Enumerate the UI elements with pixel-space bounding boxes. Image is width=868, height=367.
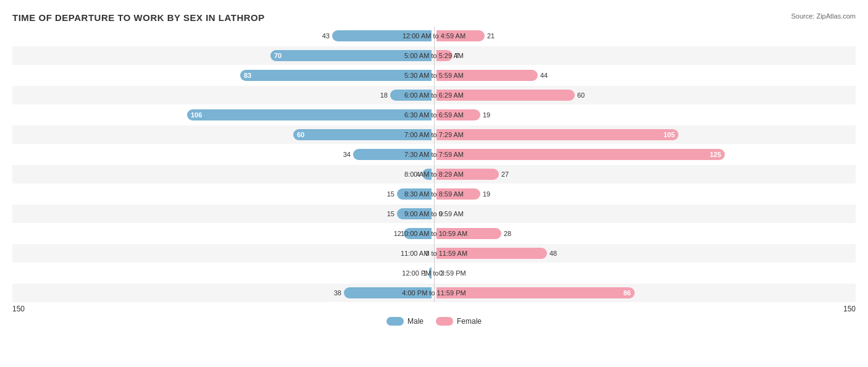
axis-right: 150 [843, 305, 856, 313]
bar-male-value: 60 [297, 131, 304, 138]
left-section: 34 [12, 145, 434, 164]
bar-male-value: 43 [322, 32, 330, 40]
bar-female-value: 19 [483, 111, 490, 119]
left-section: 43 [12, 27, 434, 45]
legend-male: Male [386, 317, 424, 326]
bar-male-value: 83 [244, 72, 251, 79]
row-label: 5:00 AM to 5:29 AM [385, 52, 483, 59]
right-section: 86 [434, 284, 856, 302]
rows-wrapper: 43 12:00 AM to 4:59 AM 21 70 5:00 AM to … [12, 27, 856, 302]
right-section: 105 [434, 125, 856, 144]
right-section: 44 [434, 66, 856, 85]
bar-male-value: 38 [334, 289, 341, 297]
bar-male-value: 34 [343, 151, 351, 158]
male-label: Male [407, 317, 424, 326]
right-section: 19 [434, 106, 856, 124]
chart-title: TIME OF DEPARTURE TO WORK BY SEX IN LATH… [12, 12, 856, 23]
row-label: 12:00 PM to 3:59 PM [385, 269, 483, 277]
row-label: 8:00 AM to 8:29 AM [385, 171, 483, 178]
left-section: 12 [12, 224, 434, 243]
row-label: 6:00 AM to 6:29 AM [385, 91, 483, 99]
bar-female-value: 28 [504, 230, 511, 237]
axis-bottom: 150 150 [12, 305, 856, 313]
left-section: 1 [12, 264, 434, 282]
row-label: 9:00 AM to 9:59 AM [385, 210, 483, 217]
left-section: 0 [12, 244, 434, 263]
right-section: 19 [434, 185, 856, 203]
right-section: 48 [434, 244, 856, 263]
right-section: 0 [434, 205, 856, 223]
bar-female-value: 19 [483, 190, 490, 198]
row-label: 5:30 AM to 5:59 AM [385, 72, 483, 79]
center-line [434, 27, 435, 302]
axis-left: 150 [12, 305, 25, 313]
right-section: 125 [434, 145, 856, 164]
row-label: 11:00 AM to 11:59 AM [385, 250, 483, 257]
right-section: 21 [434, 27, 856, 45]
row-label: 10:00 AM to 10:59 AM [385, 230, 483, 237]
left-section: 70 [12, 46, 434, 65]
right-section: 0 [434, 264, 856, 282]
row-label: 12:00 AM to 4:59 AM [385, 32, 483, 40]
bar-female-value: 105 [664, 131, 675, 138]
bar-female-value: 48 [549, 250, 557, 257]
source-label: Source: ZipAtlas.com [791, 12, 856, 20]
left-section: 60 [12, 125, 434, 144]
legend: Male Female [12, 317, 856, 326]
left-section: 106 [12, 106, 434, 124]
bar-female-value: 21 [487, 32, 495, 40]
left-section: 15 [12, 205, 434, 223]
left-section: 83 [12, 66, 434, 85]
left-section: 38 [12, 284, 434, 302]
bar-female-value: 60 [577, 91, 585, 99]
chart-container: TIME OF DEPARTURE TO WORK BY SEX IN LATH… [0, 0, 868, 367]
left-section: 4 [12, 165, 434, 184]
row-label: 4:00 PM to 11:59 PM [385, 289, 483, 297]
left-section: 15 [12, 185, 434, 203]
male-swatch [386, 317, 404, 326]
bar-female-value: 44 [540, 72, 548, 79]
right-section: 60 [434, 86, 856, 104]
female-label: Female [457, 317, 482, 326]
legend-female: Female [436, 317, 482, 326]
row-label: 6:30 AM to 6:59 AM [385, 111, 483, 119]
bar-female-value: 125 [710, 151, 721, 158]
right-section: 28 [434, 224, 856, 243]
female-swatch [436, 317, 453, 326]
bar-male-value: 70 [274, 52, 282, 59]
row-label: 7:00 AM to 7:29 AM [385, 131, 483, 138]
row-label: 7:30 AM to 7:59 AM [385, 151, 483, 158]
bar-female-value: 86 [624, 289, 631, 297]
right-section: 7 [434, 46, 856, 65]
left-section: 18 [12, 86, 434, 104]
right-section: 27 [434, 165, 856, 184]
bar-male-value: 106 [191, 111, 202, 119]
bar-female-value: 27 [501, 171, 509, 178]
row-label: 8:30 AM to 8:59 AM [385, 190, 483, 198]
